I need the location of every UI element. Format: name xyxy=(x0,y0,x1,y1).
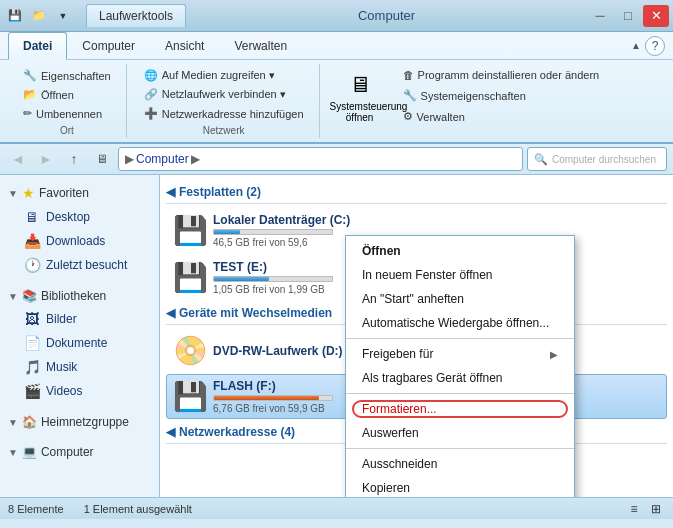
deinstallieren-btn[interactable]: 🗑 Programm deinstallieren oder ändern xyxy=(396,66,607,84)
computer-label: Computer xyxy=(41,445,94,459)
quick-folder-btn[interactable]: 📁 xyxy=(28,5,50,27)
festplatten-arrow: ◀ xyxy=(166,185,175,199)
ctx-freigeben-arrow: ▶ xyxy=(550,349,558,360)
systemeigenschaften-btn[interactable]: 🔧 Systemeigenschaften xyxy=(396,86,607,105)
downloads-label: Downloads xyxy=(46,234,105,248)
ribbon-group-netzwerk: 🌐 Auf Medien zugreifen ▾ 🔗 Netzlaufwerk … xyxy=(129,64,320,138)
title-bar-left: 💾 📁 ▼ Laufwerktools xyxy=(4,4,186,27)
path-arrow: ▶ xyxy=(125,152,134,166)
downloads-icon: 📥 xyxy=(24,233,40,249)
view-grid-btn[interactable]: ⊞ xyxy=(647,500,665,518)
ctx-kopieren[interactable]: Kopieren xyxy=(346,476,574,497)
ribbon-collapse-btn[interactable]: ▲ xyxy=(631,40,641,51)
ctx-auswerfen[interactable]: Auswerfen xyxy=(346,421,574,445)
systemsteuerung-btn[interactable]: 🖥 Systemsteuerung öffnen xyxy=(330,69,390,123)
verwalten-btn[interactable]: ⚙ Verwalten xyxy=(396,107,607,126)
heimnetz-toggle[interactable]: ▼ 🏠 Heimnetzgruppe xyxy=(0,411,159,433)
status-count: 8 Elemente xyxy=(8,503,64,515)
sidebar-item-recent[interactable]: 🕐 Zuletzt besucht xyxy=(3,253,156,277)
sidebar-item-musik[interactable]: 🎵 Musik xyxy=(3,355,156,379)
sidebar-computer-section: ▼ 💻 Computer xyxy=(0,441,159,463)
netz-arrow: ◀ xyxy=(166,425,175,439)
videos-icon: 🎬 xyxy=(24,383,40,399)
forward-button[interactable]: ► xyxy=(34,148,58,170)
offnen-icon: 📂 xyxy=(23,88,37,101)
drive-e-bar-container xyxy=(213,276,333,282)
systemeigenschaften-icon: 🔧 xyxy=(403,89,417,102)
sidebar-item-dokumente[interactable]: 📄 Dokumente xyxy=(3,331,156,355)
system-right-btns: 🗑 Programm deinstallieren oder ändern 🔧 … xyxy=(396,66,607,126)
quick-dropdown-btn[interactable]: ▼ xyxy=(52,5,74,27)
ctx-auto-wiedergabe[interactable]: Automatische Wiedergabe öffnen... xyxy=(346,311,574,335)
sidebar-item-downloads[interactable]: 📥 Downloads xyxy=(3,229,156,253)
umbenennen-btn[interactable]: ✏ Umbenennen xyxy=(16,104,118,123)
netzadresse-btn[interactable]: ➕ Netzwerkadresse hinzufügen xyxy=(137,104,311,123)
ctx-sep-2 xyxy=(346,393,574,394)
favorites-toggle[interactable]: ▼ ★ Favoriten xyxy=(0,181,159,205)
close-button[interactable]: ✕ xyxy=(643,5,669,27)
tab-verwalten[interactable]: Verwalten xyxy=(219,32,302,59)
netzlaufwerk-btn[interactable]: 🔗 Netzlaufwerk verbinden ▾ xyxy=(137,85,311,104)
ribbon: Datei Computer Ansicht Verwalten ▲ ? 🔧 E… xyxy=(0,32,673,144)
sidebar: ▼ ★ Favoriten 🖥 Desktop 📥 Downloads 🕐 Zu… xyxy=(0,175,160,497)
wechsel-arrow: ◀ xyxy=(166,306,175,320)
sidebar-item-bilder[interactable]: 🖼 Bilder xyxy=(3,307,156,331)
address-bar: ◄ ► ↑ 🖥 ▶ Computer ▶ 🔍 Computer durchsuc… xyxy=(0,144,673,175)
ctx-offnen[interactable]: Öffnen xyxy=(346,239,574,263)
tab-ansicht[interactable]: Ansicht xyxy=(150,32,219,59)
sidebar-item-videos[interactable]: 🎬 Videos xyxy=(3,379,156,403)
maximize-button[interactable]: □ xyxy=(615,5,641,27)
ctx-start-anheften[interactable]: An "Start" anheften xyxy=(346,287,574,311)
eigenschaften-btn[interactable]: 🔧 Eigenschaften xyxy=(16,66,118,85)
ribbon-group-ort: 🔧 Eigenschaften 📂 Öffnen ✏ Umbenennen Or… xyxy=(8,64,127,138)
musik-label: Musik xyxy=(46,360,77,374)
location-icon: 🖥 xyxy=(90,148,114,170)
drive-c-bar-container xyxy=(213,229,333,235)
search-placeholder: Computer durchsuchen xyxy=(552,154,656,165)
minimize-button[interactable]: ─ xyxy=(587,5,613,27)
ribbon-group-system: 🖥 Systemsteuerung öffnen 🗑 Programm dein… xyxy=(322,64,615,128)
computer-toggle[interactable]: ▼ 💻 Computer xyxy=(0,441,159,463)
medien-btn[interactable]: 🌐 Auf Medien zugreifen ▾ xyxy=(137,66,311,85)
systemsteuerung-icon: 🖥 xyxy=(344,69,376,101)
window-controls: ─ □ ✕ xyxy=(587,5,669,27)
offnen-btn[interactable]: 📂 Öffnen xyxy=(16,85,118,104)
sidebar-item-desktop[interactable]: 🖥 Desktop xyxy=(3,205,156,229)
search-box[interactable]: 🔍 Computer durchsuchen xyxy=(527,147,667,171)
bilder-icon: 🖼 xyxy=(24,311,40,327)
ctx-tragbares-geraet[interactable]: Als tragbares Gerät öffnen xyxy=(346,366,574,390)
drive-f-bar xyxy=(214,396,319,400)
quick-save-btn[interactable]: 💾 xyxy=(4,5,26,27)
drive-f-bar-container xyxy=(213,395,333,401)
bibliotheken-toggle[interactable]: ▼ 📚 Bibliotheken xyxy=(0,285,159,307)
recent-icon: 🕐 xyxy=(24,257,40,273)
drive-d-icon: 📀 xyxy=(173,334,205,367)
sidebar-favorites-section: ▼ ★ Favoriten 🖥 Desktop 📥 Downloads 🕐 Zu… xyxy=(0,181,159,277)
help-button[interactable]: ? xyxy=(645,36,665,56)
sidebar-heimnetz-section: ▼ 🏠 Heimnetzgruppe xyxy=(0,411,159,433)
drive-c-name: Lokaler Datenträger (C:) xyxy=(213,213,660,227)
up-button[interactable]: ↑ xyxy=(62,148,86,170)
status-view-buttons: ≡ ⊞ xyxy=(625,500,665,518)
main-area: ▼ ★ Favoriten 🖥 Desktop 📥 Downloads 🕐 Zu… xyxy=(0,175,673,497)
ribbon-content: 🔧 Eigenschaften 📂 Öffnen ✏ Umbenennen Or… xyxy=(0,60,673,142)
back-button[interactable]: ◄ xyxy=(6,148,30,170)
path-computer[interactable]: Computer xyxy=(136,152,189,166)
heimnetz-arrow: ▼ xyxy=(8,417,18,428)
ribbon-tabs: Datei Computer Ansicht Verwalten ▲ ? xyxy=(0,32,673,60)
status-selected: 1 Element ausgewählt xyxy=(84,503,192,515)
view-list-btn[interactable]: ≡ xyxy=(625,500,643,518)
tab-computer[interactable]: Computer xyxy=(67,32,150,59)
ctx-ausschneiden[interactable]: Ausschneiden xyxy=(346,452,574,476)
tab-datei[interactable]: Datei xyxy=(8,32,67,60)
umbenennen-icon: ✏ xyxy=(23,107,32,120)
favorites-label: Favoriten xyxy=(39,186,89,200)
ctx-neues-fenster[interactable]: In neuem Fenster öffnen xyxy=(346,263,574,287)
address-path[interactable]: ▶ Computer ▶ xyxy=(118,147,523,171)
ctx-formatieren[interactable]: Formatieren... xyxy=(346,397,574,421)
path-end-arrow: ▶ xyxy=(191,152,200,166)
drive-e-icon: 💾 xyxy=(173,261,205,294)
laufwerktools-tab[interactable]: Laufwerktools xyxy=(86,4,186,27)
drive-e-bar xyxy=(214,277,269,281)
ctx-freigeben[interactable]: Freigeben für ▶ xyxy=(346,342,574,366)
